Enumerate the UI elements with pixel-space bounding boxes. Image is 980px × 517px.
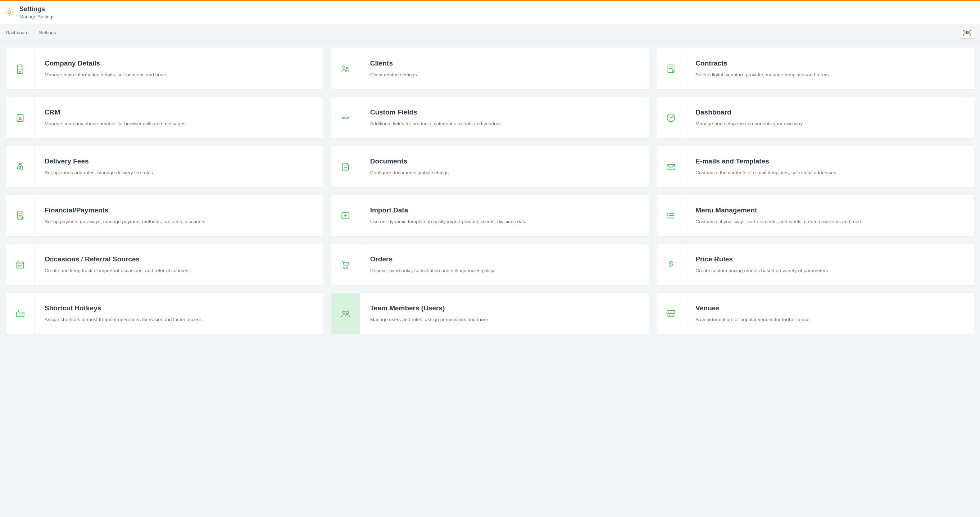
card-description: Manage company phone number for browser …	[45, 120, 313, 128]
card-description: Deposit, overbooks, cancellation and del…	[370, 267, 639, 274]
card-body: DocumentsConfigure documents global sett…	[360, 146, 649, 187]
card-description: Customize the contents of e-mail templat…	[695, 169, 964, 176]
card-description: Manage users and roles, assign permissio…	[370, 316, 639, 323]
breadcrumb-separator-icon: →	[32, 30, 37, 35]
contract-icon	[657, 48, 685, 89]
barcode-icon	[963, 30, 971, 36]
dollar-icon	[657, 244, 685, 285]
breadcrumb-current: Settings	[39, 30, 56, 35]
card-body: DashboardManage and setup the components…	[685, 97, 974, 138]
breadcrumb-bar: Dashboard → Settings	[0, 24, 980, 42]
card-description: Create and keep track of important occas…	[45, 267, 313, 274]
settings-card[interactable]: Company DetailsManage main information d…	[6, 48, 323, 89]
card-description: Manage and setup the components your own…	[695, 120, 964, 128]
card-title: Documents	[370, 157, 639, 166]
settings-card[interactable]: ClientsClient related settings	[331, 48, 649, 89]
settings-gear-icon	[4, 7, 14, 17]
card-description: Create custom pricing models based on va…	[695, 267, 964, 274]
receipt-icon	[6, 195, 35, 236]
svg-point-0	[8, 11, 10, 14]
settings-card[interactable]: DocumentsConfigure documents global sett…	[331, 146, 649, 187]
clients-icon	[331, 48, 360, 89]
card-description: Use our dynamic template to easily impor…	[370, 218, 639, 225]
card-description: Client related settings	[370, 71, 639, 78]
card-body: Delivery FeesSet up zones and rates, man…	[35, 146, 323, 187]
breadcrumb-root-link[interactable]: Dashboard	[6, 30, 29, 35]
card-title: Dashboard	[695, 108, 964, 116]
card-title: Custom Fields	[370, 108, 639, 116]
card-title: Financial/Payments	[45, 206, 313, 215]
card-title: Price Rules	[695, 255, 964, 263]
card-description: Assign shortcuts to most frequent operat…	[45, 316, 313, 323]
card-body: Custom FieldsAdditional fields for produ…	[360, 97, 649, 138]
page-subtitle: Manage Settings	[19, 14, 55, 19]
settings-card[interactable]: OrdersDeposit, overbooks, cancellation a…	[331, 244, 649, 285]
settings-card[interactable]: Financial/PaymentsSet up payment gateway…	[6, 195, 323, 236]
envelope-icon	[657, 146, 685, 187]
card-body: ClientsClient related settings	[360, 48, 649, 89]
settings-card[interactable]: Custom FieldsAdditional fields for produ…	[331, 97, 649, 138]
card-title: Import Data	[370, 206, 639, 215]
card-title: Company Details	[45, 59, 313, 68]
card-body: Company DetailsManage main information d…	[35, 48, 323, 89]
document-icon	[331, 146, 360, 187]
keyboard-icon	[6, 293, 35, 334]
settings-card[interactable]: Team Members (Users)Manage users and rol…	[331, 293, 649, 334]
users-icon	[331, 293, 360, 334]
card-title: Occasions / Referral Sources	[45, 255, 313, 263]
settings-card[interactable]: ContractsSelect digital signature provid…	[657, 48, 974, 89]
settings-card[interactable]: DashboardManage and setup the components…	[657, 97, 974, 138]
settings-cards-grid: Company DetailsManage main information d…	[6, 48, 974, 334]
breadcrumb: Dashboard → Settings	[6, 30, 56, 35]
gauge-icon	[657, 97, 685, 138]
card-description: Customize it your way - sort elements, a…	[695, 218, 964, 225]
settings-card[interactable]: Shortcut HotkeysAssign shortcuts to most…	[6, 293, 323, 334]
card-body: Shortcut HotkeysAssign shortcuts to most…	[35, 293, 323, 334]
card-title: Team Members (Users)	[370, 304, 639, 313]
card-body: VenuesSave information for popular venue…	[685, 293, 974, 334]
card-title: Delivery Fees	[45, 157, 313, 166]
import-icon	[331, 195, 360, 236]
settings-card[interactable]: E-mails and TemplatesCustomize the conte…	[657, 146, 974, 187]
card-description: Manage main information details, set loc…	[45, 71, 313, 78]
store-icon	[657, 293, 685, 334]
card-body: Menu ManagementCustomize it your way - s…	[685, 195, 974, 236]
card-title: Shortcut Hotkeys	[45, 304, 313, 313]
calendar-icon	[6, 244, 35, 285]
card-body: Team Members (Users)Manage users and rol…	[360, 293, 649, 334]
card-body: Price RulesCreate custom pricing models …	[685, 244, 974, 285]
cart-icon	[331, 244, 360, 285]
settings-card[interactable]: CRMManage company phone number for brows…	[6, 97, 323, 138]
card-description: Additional fields for products, categori…	[370, 120, 639, 128]
card-description: Select digital signature provider, manag…	[695, 71, 964, 78]
dots-icon	[331, 97, 360, 138]
page-title: Settings	[19, 5, 55, 13]
settings-card[interactable]: Import DataUse our dynamic template to e…	[331, 195, 649, 236]
settings-card[interactable]: Menu ManagementCustomize it your way - s…	[657, 195, 974, 236]
settings-card[interactable]: Price RulesCreate custom pricing models …	[657, 244, 974, 285]
card-body: CRMManage company phone number for brows…	[35, 97, 323, 138]
card-title: Contracts	[695, 59, 964, 68]
settings-card[interactable]: Delivery FeesSet up zones and rates, man…	[6, 146, 323, 187]
card-body: ContractsSelect digital signature provid…	[685, 48, 974, 89]
crm-icon	[6, 97, 35, 138]
card-description: Set up zones and rates, manage delivery …	[45, 169, 313, 176]
page-header: Settings Manage Settings	[0, 1, 980, 24]
card-body: Occasions / Referral SourcesCreate and k…	[35, 244, 323, 285]
card-body: Import DataUse our dynamic template to e…	[360, 195, 649, 236]
moneybag-icon	[6, 146, 35, 187]
card-body: OrdersDeposit, overbooks, cancellation a…	[360, 244, 649, 285]
card-title: CRM	[45, 108, 313, 116]
card-description: Save information for popular venues for …	[695, 316, 964, 323]
barcode-button[interactable]	[960, 27, 974, 38]
card-description: Configure documents global settings	[370, 169, 639, 176]
settings-card[interactable]: VenuesSave information for popular venue…	[657, 293, 974, 334]
settings-card[interactable]: Occasions / Referral SourcesCreate and k…	[6, 244, 323, 285]
card-title: Venues	[695, 304, 964, 313]
building-icon	[6, 48, 35, 89]
card-body: E-mails and TemplatesCustomize the conte…	[685, 146, 974, 187]
card-body: Financial/PaymentsSet up payment gateway…	[35, 195, 323, 236]
card-title: E-mails and Templates	[695, 157, 964, 166]
card-description: Set up payment gateways, manage payment …	[45, 218, 313, 225]
card-title: Clients	[370, 59, 639, 68]
